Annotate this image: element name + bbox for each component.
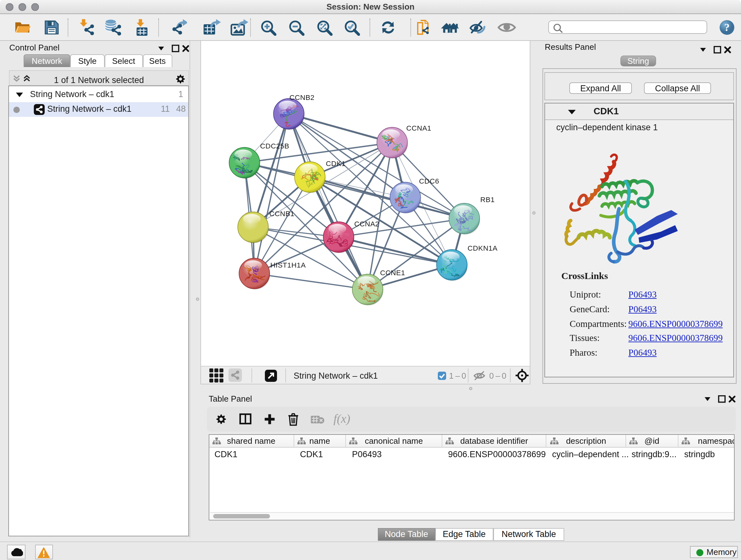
- svg-text:CDK1: CDK1: [326, 159, 345, 167]
- svg-text:CDKN1A: CDKN1A: [467, 244, 497, 252]
- svg-text:HIST1H1A: HIST1H1A: [270, 261, 306, 269]
- svg-text:CCNE1: CCNE1: [380, 268, 405, 276]
- svg-text:CCNA1: CCNA1: [406, 124, 431, 132]
- svg-text:CCNA2: CCNA2: [354, 220, 379, 228]
- svg-text:CDC6: CDC6: [419, 177, 439, 185]
- svg-text:?: ?: [724, 21, 730, 33]
- svg-text:RB1: RB1: [480, 195, 494, 203]
- svg-text:CDC25B: CDC25B: [260, 142, 289, 150]
- svg-text:CCNB2: CCNB2: [289, 93, 314, 101]
- svg-text:CCNB1: CCNB1: [269, 209, 294, 217]
